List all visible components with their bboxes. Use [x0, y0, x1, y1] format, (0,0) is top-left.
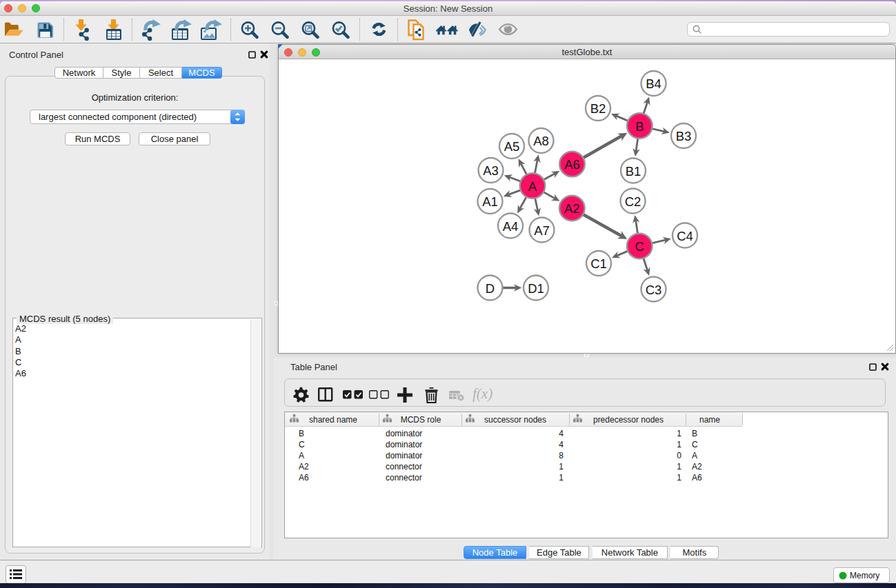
svg-text:A4: A4: [503, 219, 519, 234]
svg-text:C2: C2: [625, 194, 641, 209]
svg-text:C1: C1: [590, 256, 607, 271]
svg-text:D1: D1: [528, 281, 544, 296]
svg-text:C4: C4: [677, 229, 693, 243]
svg-text:A7: A7: [534, 223, 550, 238]
svg-text:D: D: [486, 281, 495, 296]
svg-text:A1: A1: [482, 194, 498, 209]
svg-text:C3: C3: [646, 283, 662, 297]
svg-text:A6: A6: [564, 157, 580, 172]
svg-text:B3: B3: [676, 129, 692, 143]
svg-text:A8: A8: [533, 134, 549, 148]
svg-text:f(x): f(x): [472, 387, 492, 402]
svg-text:A5: A5: [504, 139, 520, 154]
svg-text:C: C: [635, 239, 644, 254]
svg-text:B1: B1: [626, 164, 641, 179]
svg-text:B2: B2: [590, 101, 606, 116]
svg-text:B4: B4: [646, 77, 661, 91]
svg-text:A3: A3: [483, 163, 499, 178]
svg-text:A2: A2: [564, 201, 580, 216]
svg-text:A: A: [528, 179, 537, 194]
svg-text:B: B: [635, 119, 644, 134]
